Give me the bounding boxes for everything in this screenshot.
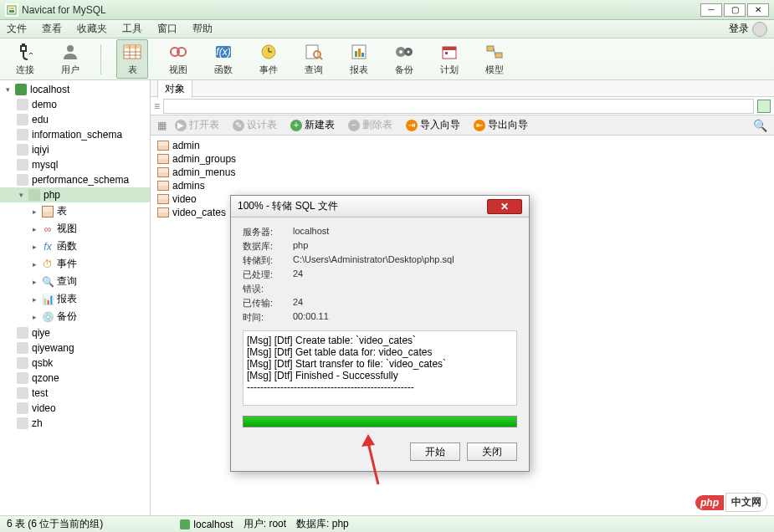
tree-events[interactable]: ▸⏱事件 (0, 255, 150, 273)
report-icon (347, 42, 371, 62)
info-value: localhost (293, 226, 517, 238)
tree-db[interactable]: edu (0, 112, 150, 127)
chevron-right-icon[interactable]: ▸ (30, 260, 38, 269)
svg-text:f(x): f(x) (216, 46, 230, 58)
maximize-button[interactable]: ▢ (724, 3, 746, 17)
info-value (293, 283, 517, 295)
chevron-down-icon[interactable]: ▾ (17, 191, 25, 199)
tree-db[interactable]: test (0, 386, 150, 401)
database-icon (17, 372, 28, 384)
panel-toggle-icon[interactable] (757, 100, 771, 113)
toolbar-table[interactable]: 表 (116, 39, 148, 79)
database-icon (17, 387, 28, 399)
toolbar-schedule[interactable]: 计划 (434, 40, 464, 78)
table-row[interactable]: admin_groups (154, 152, 771, 166)
tree-backups[interactable]: ▸💿备份 (0, 308, 150, 325)
toolbar-report[interactable]: 报表 (344, 40, 374, 78)
menu-help[interactable]: 帮助 (192, 22, 213, 36)
toolbar-user[interactable]: 用户 (55, 40, 85, 78)
close-button[interactable]: 关闭 (467, 442, 517, 461)
svg-rect-30 (445, 52, 448, 54)
tree-queries[interactable]: ▸🔍查询 (0, 273, 150, 290)
dialog-close-button[interactable]: ✕ (487, 199, 522, 214)
search-icon[interactable]: 🔍 (753, 119, 767, 132)
avatar-icon[interactable] (752, 22, 767, 37)
info-value: php (293, 240, 517, 253)
tree-db[interactable]: demo (0, 97, 150, 112)
toolbar-backup[interactable]: 备份 (389, 40, 419, 78)
new-table-button[interactable]: +新建表 (285, 116, 340, 134)
tree-db[interactable]: qsbk (0, 356, 150, 371)
tree-db[interactable]: qiyewang (0, 340, 150, 356)
dialog-log[interactable]: [Msg] [Dtf] Create table: `video_cates` … (243, 330, 517, 406)
toolbar-function[interactable]: f(x) 函数 (208, 40, 238, 78)
tree-reports[interactable]: ▸📊报表 (0, 290, 150, 308)
delete-table-button[interactable]: −删除表 (343, 116, 397, 134)
list-view-icon[interactable]: ▦ (157, 120, 167, 131)
start-button[interactable]: 开始 (410, 442, 460, 461)
tree-db[interactable]: mysql (0, 157, 150, 172)
backup-icon (392, 42, 416, 62)
dialog-titlebar[interactable]: 100% - 转储 SQL 文件 ✕ (231, 196, 529, 217)
tree-tables[interactable]: ▸表 (0, 202, 150, 220)
chevron-down-icon[interactable]: ▾ (3, 85, 12, 94)
export-wizard-button[interactable]: ⇤导出向导 (469, 116, 533, 134)
sidebar[interactable]: ▾ localhost demo edu information_schema … (0, 80, 151, 515)
svg-rect-2 (9, 10, 14, 13)
tree-db[interactable]: iqiyi (0, 142, 150, 157)
table-icon (157, 181, 169, 191)
database-icon (17, 327, 28, 339)
tree-db-active[interactable]: ▾ php (0, 187, 150, 202)
table-row[interactable]: admins (154, 179, 771, 192)
table-icon (157, 154, 169, 164)
info-label: 已处理: (243, 269, 293, 281)
menubar: 文件 查看 收藏夹 工具 窗口 帮助 登录 (0, 20, 774, 38)
tree-db[interactable]: information_schema (0, 127, 150, 142)
toolbar-model[interactable]: 模型 (479, 40, 510, 78)
tree-functions[interactable]: ▸fx函数 (0, 238, 150, 255)
model-icon (483, 42, 506, 62)
tree-db[interactable]: video (0, 401, 150, 416)
tab-objects[interactable]: 对象 (157, 79, 192, 98)
chevron-right-icon[interactable]: ▸ (30, 225, 38, 233)
menu-view[interactable]: 查看 (42, 22, 62, 36)
open-table-button[interactable]: ▶打开表 (170, 116, 224, 134)
tree-views[interactable]: ▸∞视图 (0, 220, 150, 238)
info-value: C:\Users\Administrator\Desktop\php.sql (293, 254, 517, 267)
tree-db[interactable]: qiye (0, 325, 150, 340)
menu-favorites[interactable]: 收藏夹 (77, 22, 107, 36)
chevron-right-icon[interactable]: ▸ (30, 278, 38, 286)
minimize-button[interactable]: ─ (700, 3, 722, 17)
chevron-right-icon[interactable]: ▸ (30, 295, 38, 304)
table-row[interactable]: admin_menus (154, 166, 771, 179)
toolbar-connection[interactable]: 连接 (10, 40, 40, 78)
login-link[interactable]: 登录 (729, 22, 749, 36)
log-line: [Msg] [Dtf] Create table: `video_cates` (247, 335, 513, 346)
menu-tools[interactable]: 工具 (122, 22, 142, 36)
toolbar-query[interactable]: 查询 (299, 40, 329, 78)
dialog-buttons: 开始 关闭 (231, 436, 529, 471)
nav-icon[interactable]: ≡ (154, 100, 160, 112)
statusbar: 6 表 (6 位于当前的组) localhost 用户: root 数据库: p… (0, 515, 774, 532)
table-row[interactable]: admin (154, 139, 771, 152)
tree-db[interactable]: zh (0, 416, 150, 431)
chevron-right-icon[interactable]: ▸ (30, 207, 38, 216)
function-icon: f(x) (212, 42, 235, 62)
tree-db[interactable]: performance_schema (0, 172, 150, 187)
menu-window[interactable]: 窗口 (157, 22, 177, 36)
open-icon: ▶ (175, 120, 187, 131)
toolbar-view[interactable]: 视图 (163, 40, 193, 78)
close-button[interactable]: ✕ (747, 3, 769, 17)
import-wizard-button[interactable]: ⇥导入向导 (401, 116, 465, 134)
app-icon (5, 3, 18, 17)
chevron-right-icon[interactable]: ▸ (30, 243, 38, 251)
design-table-button[interactable]: ✎设计表 (228, 116, 282, 134)
toolbar-event[interactable]: 事件 (254, 40, 284, 78)
chevron-right-icon[interactable]: ▸ (30, 313, 38, 321)
address-input[interactable] (163, 99, 754, 114)
database-icon (17, 129, 28, 141)
tree-connection[interactable]: ▾ localhost (0, 82, 150, 97)
database-icon (28, 189, 40, 201)
menu-file[interactable]: 文件 (7, 22, 27, 36)
tree-db[interactable]: qzone (0, 371, 150, 386)
